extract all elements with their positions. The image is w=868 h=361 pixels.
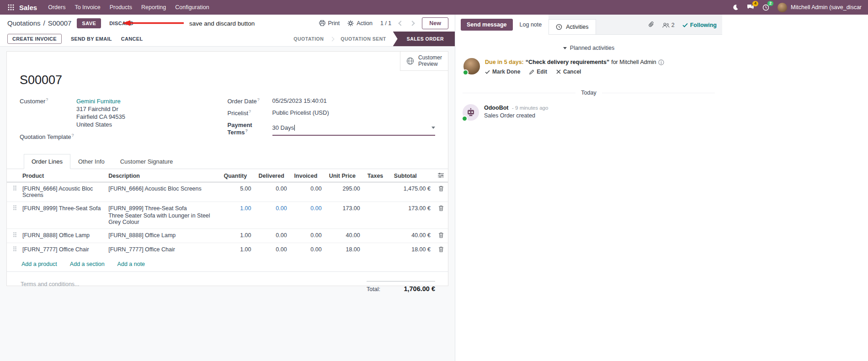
delete-row-button[interactable]	[434, 182, 448, 202]
edit-activity-button[interactable]: Edit	[529, 69, 547, 75]
new-button[interactable]: New	[422, 17, 448, 29]
cell-product[interactable]: [FURN_8999] Three-Seat Sofa	[19, 202, 105, 229]
form-view-column: Quotations / S00007 SAVE DISCARD save an…	[0, 15, 455, 361]
nav-item-reporting[interactable]: Reporting	[137, 0, 170, 15]
drag-handle[interactable]	[7, 182, 19, 202]
app-brand[interactable]: Sales	[19, 4, 37, 11]
cancel-activity-button[interactable]: Cancel	[556, 69, 581, 75]
add-a-product-link[interactable]: Add a product	[21, 261, 57, 267]
cell-unit-price[interactable]: 295.00	[325, 182, 364, 202]
cell-invoiced[interactable]: 0.00	[291, 202, 325, 229]
cell-quantity[interactable]: 5.00	[220, 182, 255, 202]
cell-unit-price[interactable]: 173.00	[325, 202, 364, 229]
print-button[interactable]: Print	[319, 20, 340, 27]
col-unit-price[interactable]: Unit Price	[325, 169, 364, 182]
user-menu[interactable]: Mitchell Admin (save_discar	[777, 3, 862, 12]
drag-handle[interactable]	[7, 229, 19, 243]
planned-activities-header[interactable]: Planned activities	[463, 45, 715, 51]
cell-taxes[interactable]	[364, 243, 390, 257]
dropdown-caret-icon[interactable]	[431, 127, 435, 129]
cancel-button[interactable]: CANCEL	[121, 36, 143, 42]
control-panel-right: Print Action 1 / 1 New	[319, 17, 455, 29]
create-invoice-button[interactable]: CREATE INVOICE	[7, 34, 62, 44]
cell-quantity[interactable]: 1.00	[220, 243, 255, 257]
moon-icon[interactable]	[732, 4, 739, 11]
stage-quotation-sent[interactable]: QUOTATION SENT	[334, 32, 393, 46]
following-button[interactable]: Following	[682, 22, 717, 28]
send-by-email-button[interactable]: SEND BY EMAIL	[71, 36, 112, 42]
message-author[interactable]: OdooBot	[484, 105, 508, 111]
optional-columns-button[interactable]	[434, 169, 448, 182]
activities-button[interactable]: Activities	[548, 19, 596, 34]
customer-link[interactable]: Gemini Furniture	[76, 98, 121, 105]
cell-unit-price[interactable]: 18.00	[325, 243, 364, 257]
form-content: Customer Preview S00007 Customer? Gem	[0, 47, 455, 361]
tab-customer-signature[interactable]: Customer Signature	[112, 154, 181, 169]
discard-button[interactable]: DISCARD	[106, 18, 137, 28]
pager-previous-icon[interactable]	[399, 21, 404, 26]
delete-row-button[interactable]	[434, 243, 448, 257]
pager-next-icon[interactable]	[410, 21, 415, 26]
drag-handle[interactable]	[7, 243, 19, 257]
col-taxes[interactable]: Taxes	[364, 169, 390, 182]
stage-sales-order[interactable]: SALES ORDER	[393, 32, 455, 46]
cell-invoiced[interactable]: 0.00	[291, 229, 325, 243]
pricelist-value[interactable]: Public Pricelist (USD)	[272, 109, 329, 117]
cell-product[interactable]: [FURN_7777] Office Chair	[19, 243, 105, 257]
nav-item-products[interactable]: Products	[105, 0, 137, 15]
add-a-section-link[interactable]: Add a section	[70, 261, 105, 267]
cell-delivered[interactable]: 0.00	[255, 229, 291, 243]
breadcrumb-quotations[interactable]: Quotations	[7, 19, 41, 27]
col-description[interactable]: Description	[105, 169, 220, 182]
col-subtotal[interactable]: Subtotal	[390, 169, 434, 182]
info-icon[interactable]	[658, 59, 664, 65]
cell-invoiced[interactable]: 0.00	[291, 182, 325, 202]
log-note-button[interactable]: Log note	[513, 19, 549, 31]
send-message-button[interactable]: Send message	[461, 19, 513, 31]
cell-description[interactable]: [FURN_8888] Office Lamp	[105, 229, 220, 243]
cell-product[interactable]: [FURN_6666] Acoustic Bloc Screens	[19, 182, 105, 202]
apps-menu-icon[interactable]	[5, 4, 17, 11]
action-menu-button[interactable]: Action	[347, 20, 373, 27]
col-quantity[interactable]: Quantity	[220, 169, 255, 182]
col-invoiced[interactable]: Invoiced	[291, 169, 325, 182]
cell-quantity[interactable]: 1.00	[220, 229, 255, 243]
cell-delivered[interactable]: 0.00	[255, 243, 291, 257]
delete-row-button[interactable]	[434, 202, 448, 229]
order-date-value[interactable]: 05/25/2023 15:40:01	[272, 97, 327, 105]
nav-item-configuration[interactable]: Configuration	[170, 0, 213, 15]
nav-item-orders[interactable]: Orders	[43, 0, 70, 15]
cell-quantity[interactable]: 1.00	[220, 202, 255, 229]
mark-done-button[interactable]: Mark Done	[485, 69, 520, 75]
cell-invoiced[interactable]: 0.00	[291, 243, 325, 257]
col-product[interactable]: Product	[19, 169, 105, 182]
terms-and-conditions-placeholder[interactable]: Terms and conditions...	[21, 281, 80, 287]
cell-taxes[interactable]	[364, 182, 390, 202]
cell-delivered[interactable]: 0.00	[255, 182, 291, 202]
tab-other-info[interactable]: Other Info	[70, 154, 112, 169]
payment-terms-input[interactable]: 30 Days	[272, 122, 436, 136]
customer-preview-button[interactable]: Customer Preview	[400, 52, 448, 71]
cell-taxes[interactable]	[364, 202, 390, 229]
cell-description[interactable]: [FURN_6666] Acoustic Bloc Screens	[105, 182, 220, 202]
drag-handle[interactable]	[7, 202, 19, 229]
messages-icon[interactable]: 4	[747, 4, 754, 11]
cell-unit-price[interactable]: 40.00	[325, 229, 364, 243]
cell-description[interactable]: [FURN_8999] Three-Seat Sofa Three Seater…	[105, 202, 220, 229]
nav-item-to-invoice[interactable]: To Invoice	[70, 0, 105, 15]
save-button[interactable]: SAVE	[77, 18, 101, 28]
cell-description[interactable]: [FURN_7777] Office Chair	[105, 243, 220, 257]
tab-order-lines[interactable]: Order Lines	[24, 154, 70, 169]
cell-taxes[interactable]	[364, 229, 390, 243]
cell-delivered[interactable]: 0.00	[255, 202, 291, 229]
cell-product[interactable]: [FURN_8888] Office Lamp	[19, 229, 105, 243]
payment-terms-label: Payment Terms?	[228, 122, 272, 136]
paperclip-icon[interactable]	[648, 21, 655, 29]
order-lines-table: Product Description Quantity Delivered I…	[7, 169, 448, 257]
stage-quotation[interactable]: QUOTATION	[287, 32, 330, 46]
delete-row-button[interactable]	[434, 229, 448, 243]
activities-clock-icon[interactable]: 2	[762, 4, 769, 11]
add-a-note-link[interactable]: Add a note	[117, 261, 145, 267]
followers-button[interactable]: 2	[662, 22, 675, 28]
col-delivered[interactable]: Delivered	[255, 169, 291, 182]
